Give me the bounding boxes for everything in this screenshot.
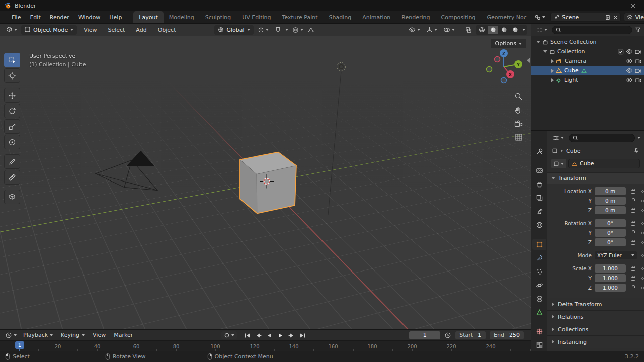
editor-type-button[interactable]: [4, 25, 19, 34]
view-layer-selector[interactable]: ViewLayer: [624, 13, 644, 22]
menu-viewport-object[interactable]: Object: [153, 25, 181, 35]
scene-selector[interactable]: Scene: [550, 13, 621, 22]
transform-section-header[interactable]: Transform: [547, 172, 644, 184]
lock-icon[interactable]: [631, 241, 635, 245]
tab-particles[interactable]: [532, 266, 546, 277]
animate-dot-icon[interactable]: [641, 232, 644, 234]
tool-rotate[interactable]: [4, 104, 20, 118]
location-y-field[interactable]: 0 m: [595, 197, 626, 205]
shading-rendered-button[interactable]: [510, 26, 520, 34]
tool-annotate[interactable]: [4, 154, 20, 169]
zoom-icon[interactable]: [514, 92, 523, 101]
tool-move[interactable]: [4, 88, 20, 103]
menu-viewport-select[interactable]: Select: [103, 25, 129, 35]
jump-to-end-button[interactable]: [298, 331, 307, 340]
jump-to-start-button[interactable]: [243, 331, 252, 340]
tab-modifiers[interactable]: [532, 252, 546, 263]
lock-icon[interactable]: [631, 277, 635, 281]
shading-solid-button[interactable]: [488, 26, 498, 34]
lock-icon[interactable]: [631, 232, 635, 235]
tool-transform[interactable]: [4, 135, 20, 149]
hide-eye-icon[interactable]: [626, 58, 633, 64]
tab-output[interactable]: [532, 179, 546, 190]
outliner-row-light[interactable]: Light: [531, 75, 644, 85]
workspace-tab-modeling[interactable]: Modeling: [164, 11, 200, 23]
end-frame-field[interactable]: End 250: [490, 331, 524, 339]
chevron-down-icon[interactable]: [231, 334, 234, 336]
mode-dropdown[interactable]: Object Mode: [21, 25, 77, 35]
orientation-dropdown[interactable]: Global: [214, 25, 253, 35]
menu-keying[interactable]: Keying: [57, 331, 88, 339]
disable-render-icon[interactable]: [635, 58, 641, 64]
pin-icon[interactable]: [633, 148, 639, 154]
tab-render[interactable]: [532, 165, 546, 176]
tab-tool[interactable]: [532, 146, 546, 157]
use-preview-range-icon[interactable]: [444, 332, 451, 339]
play-button[interactable]: [276, 331, 285, 340]
lock-icon[interactable]: [631, 200, 635, 203]
gizmo-x-negative[interactable]: [495, 57, 500, 62]
lock-icon[interactable]: [631, 222, 635, 226]
checkbox-icon[interactable]: [618, 49, 624, 55]
tab-scene[interactable]: [532, 206, 546, 217]
tab-constraints[interactable]: [532, 293, 546, 304]
hide-eye-icon[interactable]: [626, 68, 633, 73]
maximize-button[interactable]: [599, 0, 621, 11]
tab-object-data[interactable]: [532, 307, 546, 318]
unlink-scene-icon[interactable]: [613, 15, 618, 20]
expand-icon[interactable]: [551, 59, 554, 63]
tool-scale[interactable]: [4, 119, 20, 134]
gizmo-y-negative[interactable]: [487, 67, 492, 72]
animate-dot-icon[interactable]: [641, 200, 644, 202]
shading-wireframe-button[interactable]: [476, 26, 487, 34]
tab-world[interactable]: [532, 220, 546, 231]
menu-help[interactable]: Help: [105, 13, 126, 22]
animate-dot-icon[interactable]: [641, 209, 644, 212]
timeline-ruler[interactable]: 20 40 60 80 100 120 140 160 180 200 220 …: [0, 340, 531, 351]
ortho-grid-icon[interactable]: [515, 133, 523, 141]
properties-search-input[interactable]: [569, 134, 635, 142]
disable-render-icon[interactable]: [635, 68, 641, 73]
section-delta-transform[interactable]: Delta Transform: [547, 298, 644, 310]
workspace-tab-shading[interactable]: Shading: [324, 11, 357, 23]
outliner-search-input[interactable]: [552, 26, 632, 34]
tool-select-box[interactable]: [4, 53, 20, 67]
tool-cursor[interactable]: [4, 68, 20, 83]
animate-dot-icon[interactable]: [641, 287, 644, 289]
3d-viewport[interactable]: User Perspective (1) Collection | Cube O…: [0, 36, 531, 329]
tab-material[interactable]: [532, 326, 546, 337]
navigation-gizmo[interactable]: Z Y X: [482, 44, 525, 86]
rotation-y-field[interactable]: 0°: [595, 229, 626, 237]
scale-z-field[interactable]: 1.000: [595, 284, 626, 292]
outliner-row-collection[interactable]: Collection: [531, 47, 644, 56]
workspace-tab-sculpting[interactable]: Sculpting: [200, 11, 236, 23]
outliner-row-scene-collection[interactable]: Scene Collection: [531, 37, 644, 47]
workspace-tab-geometry-nodes[interactable]: Geometry Noc: [481, 11, 532, 23]
menu-timeline-view[interactable]: View: [89, 331, 109, 339]
tab-object[interactable]: [532, 239, 546, 250]
overlays-dropdown[interactable]: [441, 26, 457, 34]
menu-window[interactable]: Window: [74, 13, 105, 22]
object-type-visibility-dropdown[interactable]: [407, 26, 422, 34]
new-scene-icon[interactable]: [605, 15, 611, 20]
hide-eye-icon[interactable]: [626, 77, 633, 83]
tab-physics[interactable]: [532, 280, 546, 291]
pivot-dropdown[interactable]: [256, 26, 271, 34]
shading-material-button[interactable]: [499, 26, 509, 34]
section-collections[interactable]: Collections: [547, 323, 644, 335]
properties-filter-icon[interactable]: [637, 137, 640, 139]
camera-view-icon[interactable]: [514, 120, 523, 128]
hide-eye-icon[interactable]: [626, 49, 633, 54]
menu-playback[interactable]: Playback: [20, 331, 56, 339]
start-frame-field[interactable]: Start 1: [455, 331, 486, 339]
play-reverse-button[interactable]: [265, 331, 274, 340]
rotation-x-field[interactable]: 0°: [595, 219, 626, 227]
snap-toggle[interactable]: [273, 26, 283, 34]
timeline-editor-type-button[interactable]: [3, 331, 19, 340]
collapse-icon[interactable]: [543, 50, 547, 53]
expand-icon[interactable]: [551, 78, 554, 82]
menu-marker[interactable]: Marker: [110, 331, 136, 339]
animate-dot-icon[interactable]: [641, 267, 644, 270]
location-z-field[interactable]: 0 m: [595, 206, 626, 214]
disable-render-icon[interactable]: [635, 49, 641, 54]
